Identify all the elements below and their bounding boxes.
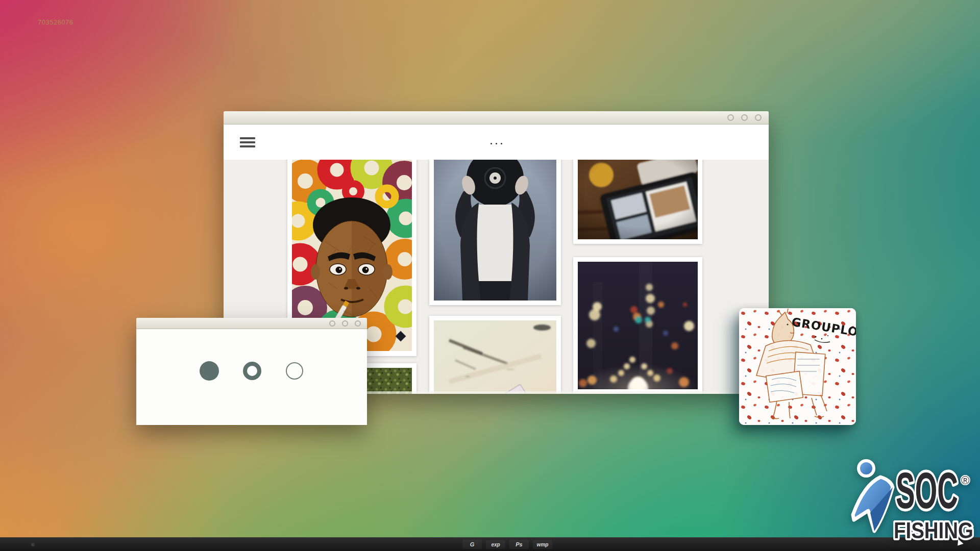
shapes-window-titlebar[interactable] <box>136 318 367 329</box>
photo-card-tablet-desk[interactable] <box>573 160 702 244</box>
tablet-desk-image <box>578 160 698 239</box>
circle-option-thick-ring[interactable] <box>243 362 261 380</box>
photo-card-city-night[interactable] <box>573 257 702 394</box>
taskbar-items: G exp Ps wmp <box>462 538 552 551</box>
city-night-image <box>578 262 698 389</box>
circle-option-thin-ring[interactable] <box>286 362 303 380</box>
window-control-icon[interactable] <box>741 114 748 121</box>
album-art-card[interactable]: GROUPLOVE <box>739 308 856 425</box>
taskbar-start-icon[interactable] <box>31 543 35 546</box>
window-control-icon[interactable] <box>727 114 734 121</box>
soc-fishing-logo: SOC ® FISHING <box>845 456 977 545</box>
window-control-icon[interactable] <box>342 320 348 327</box>
vinyl-person-image <box>434 160 556 300</box>
photo-card-beach-sand[interactable] <box>429 316 561 394</box>
shapes-window <box>136 318 367 425</box>
logo-registered-mark: ® <box>961 474 969 487</box>
logo-soc-text: SOC <box>896 462 958 519</box>
window-control-icon[interactable] <box>355 320 361 327</box>
window-control-icon[interactable] <box>329 320 335 327</box>
taskbar: G exp Ps wmp <box>0 537 980 551</box>
taskbar-item-wmp[interactable]: wmp <box>533 540 552 549</box>
more-options-icon[interactable] <box>224 143 769 144</box>
taskbar-item-exp[interactable]: exp <box>486 540 505 549</box>
circle-option-filled[interactable] <box>200 361 219 381</box>
gallery-window-titlebar[interactable] <box>224 111 769 124</box>
hamburger-menu-icon[interactable] <box>240 137 255 147</box>
photo-card-vinyl-person[interactable] <box>429 160 561 305</box>
gallery-header <box>224 124 769 160</box>
window-control-icon[interactable] <box>755 114 762 121</box>
logo-figure-head-icon <box>859 461 874 476</box>
desktop: 703526076 <box>0 0 980 551</box>
beach-sand-image <box>434 320 556 394</box>
album-art-illustration: GROUPLOVE <box>739 308 856 425</box>
shapes-window-body <box>136 329 367 425</box>
taskbar-item-g[interactable]: G <box>462 540 482 549</box>
wallpaper-watermark: 703526076 <box>38 18 74 26</box>
taskbar-item-ps[interactable]: Ps <box>509 540 529 549</box>
